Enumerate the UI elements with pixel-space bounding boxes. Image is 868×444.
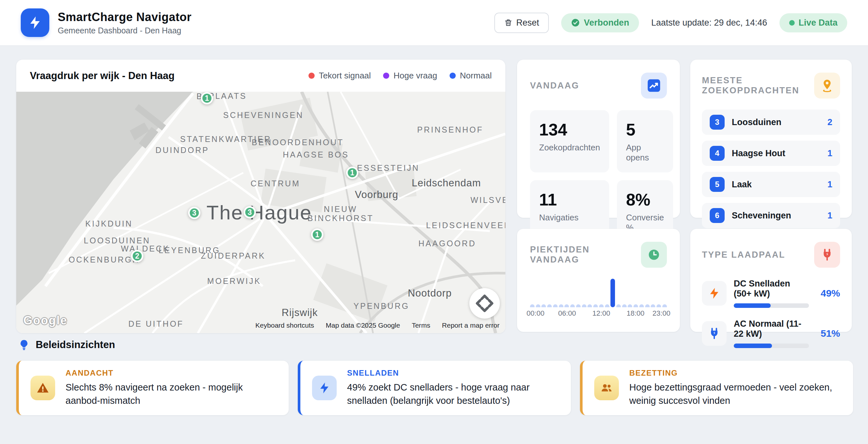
top-searches-list: 3 Loosduinen 2 4 Haagse Hout 1 5 Laak 1 — [702, 109, 840, 228]
marker-count: 1 — [205, 94, 209, 103]
search-count: 2 — [828, 117, 832, 127]
peak-bar — [662, 304, 667, 307]
legend-label: Tekort signaal — [319, 71, 371, 81]
stat-label: App opens — [626, 143, 664, 163]
marker-count: 2 — [135, 252, 140, 261]
axis-tick-label: 12:00 — [592, 309, 610, 318]
top-searches-title: MEESTE ZOEKOPDRACHTEN — [702, 75, 814, 96]
search-row: 4 Haagse Hout 1 — [702, 141, 840, 166]
map-district-label: OCKENBURGH — [68, 255, 140, 265]
map-label-text: DE UITHOF — [128, 319, 184, 328]
peak-bar — [645, 304, 650, 307]
report-error-link[interactable]: Report a map error — [442, 321, 499, 329]
map-title: Vraagdruk per wijk - Den Haag — [30, 70, 175, 82]
today-stats-grid: 134 Zoekopdrachten 5 App opens 11 Naviga… — [530, 110, 667, 242]
map-district-label: MOERWIJK — [207, 276, 261, 286]
peak-chart-bars — [530, 279, 667, 307]
insight-label: BEZETTING — [629, 369, 841, 378]
search-row: 5 Laak 1 — [702, 172, 840, 197]
peak-bar — [599, 304, 603, 307]
insight-label: SNELLADEN — [347, 369, 555, 378]
rank-badge: 3 — [710, 115, 725, 130]
ac-label: AC Normaal (11-22 kW) — [734, 319, 809, 339]
map-label-text: ZUIDERPARK — [201, 251, 265, 260]
map-marker[interactable]: 1 — [346, 167, 359, 179]
district-name: Haagse Hout — [732, 148, 785, 159]
charger-row-ac: AC Normaal (11-22 kW) 51% — [702, 319, 840, 348]
map-label-text: Leidschendam — [412, 177, 481, 189]
map-district-label: CENTRUM — [251, 179, 300, 188]
map-label-text: HAAGSE BOS — [283, 150, 349, 159]
top-searches-panel: MEESTE ZOEKOPDRACHTEN 3 Loosduinen 2 4 H… — [690, 60, 852, 218]
map-pan-control[interactable] — [469, 288, 500, 318]
map-attribution: Keyboard shortcuts Map data ©2025 Google… — [255, 321, 499, 329]
stat-value: 11 — [539, 190, 600, 209]
district-name: Laak — [732, 179, 752, 190]
insight-text: 49% zoekt DC snelladers - hoge vraag naa… — [347, 381, 555, 407]
stat-value: 134 — [539, 120, 600, 139]
warning-triangle-icon — [36, 381, 50, 395]
axis-tick-label: 06:00 — [558, 309, 576, 318]
map-marker[interactable]: 1 — [311, 229, 323, 241]
smartcharge-dashboard: SmartCharge Navigator Gemeente Dashboard… — [0, 0, 868, 444]
pan-arrows-icon — [469, 288, 500, 318]
map-pin-icon — [820, 78, 835, 93]
map-marker[interactable]: 2 — [131, 250, 143, 262]
keyboard-shortcuts-link[interactable]: Keyboard shortcuts — [255, 321, 314, 329]
peak-bar — [651, 304, 655, 307]
ac-icon-tile — [702, 321, 726, 346]
plug-red-icon — [820, 248, 834, 262]
map-district-label: HAAGSE BOS — [283, 150, 349, 160]
trend-chip — [641, 73, 667, 99]
connected-badge: Verbonden — [561, 13, 639, 32]
trash-icon — [504, 19, 513, 27]
map-label-text: CENTRUM — [251, 179, 300, 188]
map-district-label: The Hague — [207, 201, 312, 224]
peak-bar — [553, 304, 558, 307]
map-label-text: Nootdorp — [408, 287, 452, 299]
map-district-label: KIJKDUIN — [85, 219, 133, 229]
map-district-label: HAAGOORD — [418, 239, 476, 248]
district-name: Scheveningen — [732, 211, 791, 221]
stat-label: Zoekopdrachten — [539, 143, 600, 152]
terms-link[interactable]: Terms — [412, 321, 430, 329]
marker-count: 3 — [192, 209, 196, 217]
map-label-text: WILSVEE — [470, 196, 505, 205]
live-dot-icon — [789, 20, 795, 26]
map-label-text: SCHEVENINGEN — [223, 110, 304, 119]
map-label-text: Rijswijk — [282, 307, 317, 318]
legend-item: Hoge vraag — [383, 71, 437, 81]
search-count: 1 — [828, 148, 832, 159]
google-logo[interactable]: Google — [23, 314, 67, 327]
legend-dot-icon — [383, 73, 389, 79]
map-marker[interactable]: 3 — [188, 207, 200, 219]
search-row: 3 Loosduinen 2 — [702, 109, 840, 135]
rank-badge: 4 — [710, 146, 725, 161]
map-district-label: BINCKHORST — [308, 213, 374, 223]
map-district-label: DUINDORP — [155, 145, 209, 155]
reset-button[interactable]: Reset — [494, 13, 549, 33]
peak-bar — [582, 304, 586, 307]
page-subtitle: Gemeente Dashboard - Den Haag — [58, 26, 192, 35]
insight-text: Hoge bezettingsgraad vermoeden - veel zo… — [629, 381, 841, 407]
peak-bar — [547, 304, 552, 307]
dc-progress-track — [734, 303, 809, 308]
map-marker[interactable]: 1 — [201, 92, 213, 104]
map-district-label: Leidschendam — [412, 177, 481, 189]
search-count: 1 — [828, 211, 832, 221]
marker-count: 1 — [350, 169, 354, 177]
dc-label: DC Snelladen (50+ kW) — [734, 279, 809, 299]
connected-label: Verbonden — [584, 18, 629, 28]
lightning-icon — [28, 15, 42, 30]
peak-bar — [530, 304, 534, 307]
map-label-text: DUINDORP — [155, 145, 209, 155]
peak-bar — [616, 304, 621, 307]
map-marker[interactable]: 3 — [244, 206, 256, 218]
google-map[interactable]: B PLAATS SCHEVENINGEN STATENKWARTIER DUI… — [16, 92, 505, 333]
stat-value: 8% — [626, 190, 664, 209]
map-data-text: Map data ©2025 Google — [326, 321, 400, 329]
reset-label: Reset — [517, 18, 539, 28]
pin-chip — [814, 73, 840, 99]
peak-bar — [656, 304, 661, 307]
peak-bar — [587, 304, 592, 307]
